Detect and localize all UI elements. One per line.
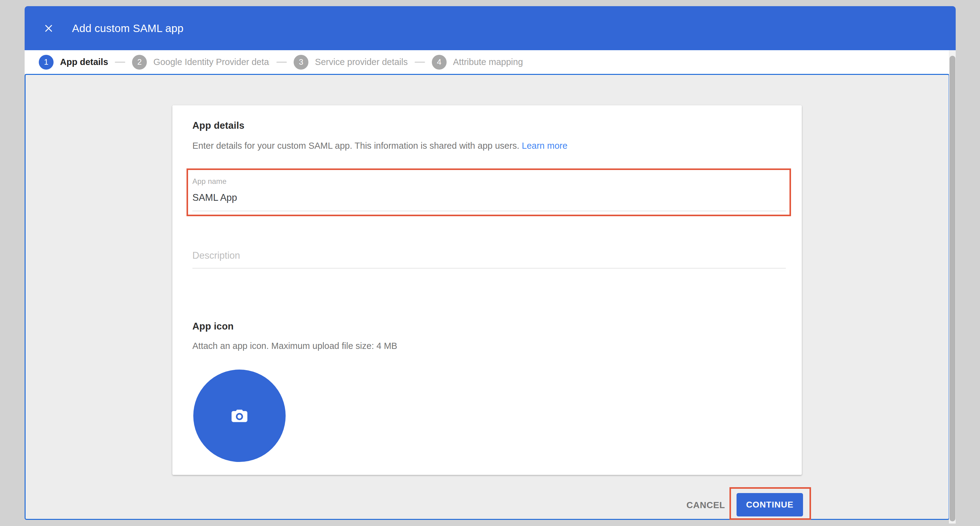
step-3-circle: 3: [294, 55, 309, 70]
annotation-box-app-name: [186, 169, 791, 216]
description-input[interactable]: Description: [192, 250, 240, 261]
app-icon-title: App icon: [192, 321, 234, 332]
close-button[interactable]: [40, 20, 57, 37]
cancel-button[interactable]: CANCEL: [678, 498, 733, 512]
dialog-content: App details Enter details for your custo…: [25, 74, 950, 520]
app-icon-upload-button[interactable]: [193, 370, 286, 462]
app-details-card: App details Enter details for your custo…: [172, 105, 802, 475]
dialog-header: Add custom SAML app: [25, 6, 956, 50]
close-icon: [43, 22, 54, 34]
step-separator: [415, 62, 425, 63]
stepper: 1 App details 2 Google Identity Provider…: [25, 50, 956, 74]
step-attribute-mapping[interactable]: 4 Attribute mapping: [432, 55, 523, 70]
continue-button[interactable]: CONTINUE: [737, 493, 803, 516]
section-description-text: Enter details for your custom SAML app. …: [192, 141, 519, 151]
step-4-circle: 4: [432, 55, 447, 70]
step-2-label: Google Identity Provider details: [153, 57, 270, 67]
section-title: App details: [192, 120, 244, 131]
step-google-idp-details[interactable]: 2 Google Identity Provider details: [132, 55, 270, 70]
step-separator: [277, 62, 287, 63]
app-name-label: App name: [192, 177, 226, 186]
step-app-details[interactable]: 1 App details: [39, 55, 108, 70]
step-separator: [115, 62, 125, 63]
app-name-input[interactable]: SAML App: [192, 192, 237, 203]
scrollbar-thumb[interactable]: [950, 56, 955, 521]
step-3-label: Service provider details: [315, 57, 407, 67]
camera-icon: [229, 405, 250, 427]
step-4-label: Attribute mapping: [453, 57, 523, 67]
description-underline: [192, 268, 786, 269]
step-service-provider-details[interactable]: 3 Service provider details: [294, 55, 407, 70]
dialog-title: Add custom SAML app: [72, 22, 183, 35]
app-icon-description: Attach an app icon. Maximum upload file …: [192, 341, 397, 351]
step-2-circle: 2: [132, 55, 147, 70]
step-1-label: App details: [60, 57, 108, 67]
section-description: Enter details for your custom SAML app. …: [192, 141, 568, 151]
learn-more-link[interactable]: Learn more: [522, 141, 567, 151]
app-name-underline: [192, 210, 786, 211]
step-1-circle: 1: [39, 55, 54, 70]
